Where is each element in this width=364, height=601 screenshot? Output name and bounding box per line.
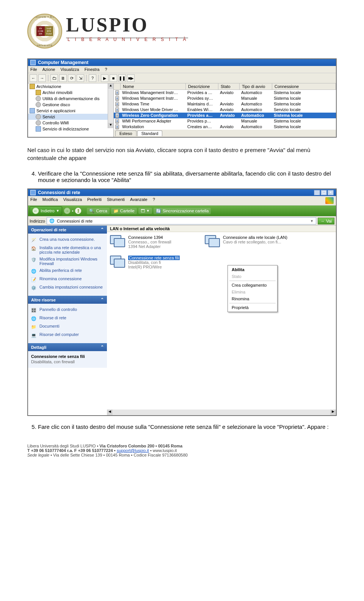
ctx-stato: Stato [228, 273, 277, 280]
task-item[interactable]: 📝Rinomina connessione [30, 275, 105, 284]
paragraph-1: Nel caso in cui lo stato del servizio no… [27, 146, 337, 162]
panel-other-head[interactable]: Altre risorse⌃ [28, 296, 107, 304]
dropdown-icon[interactable]: ▼ [310, 219, 314, 223]
task-item[interactable]: 🌐Abilita periferica di rete [30, 267, 105, 275]
go-button[interactable]: →Vai [318, 218, 334, 224]
tab-esteso[interactable]: Esteso [115, 130, 136, 136]
task-item[interactable]: 🛡️Modifica impostazioni Windows Firewall [30, 256, 105, 267]
close-button[interactable]: × [328, 190, 334, 195]
tree-item[interactable]: Servizi e applicazioni [28, 108, 108, 114]
task-item[interactable]: 🪄Crea una nuova connessione. [30, 236, 105, 244]
connection-item[interactable]: Connessione rete senza filiDisabilitata,… [110, 256, 201, 270]
service-row[interactable]: WorkstationCreates an…AvviatoAutomaticoS… [114, 124, 336, 130]
service-row[interactable]: Windows TimeMaintains d…AvviatoAutomatic… [114, 101, 336, 107]
menu-help[interactable]: ? [105, 67, 107, 72]
ctx-rinomina[interactable]: Rinomina [228, 295, 277, 302]
task-icon: 🎛️ [30, 307, 37, 313]
task-item[interactable]: ⚙️Cambia impostazioni connessione [30, 284, 105, 292]
cm-titlebar: Computer Management [28, 59, 336, 66]
cm-tabs: Esteso Standard [114, 130, 336, 137]
header-logo: studiorum • Roma IN COR DE SAP IEN TIAE … [27, 14, 337, 49]
ctx-crea[interactable]: Crea collegamento [228, 282, 277, 289]
col-conn[interactable]: Connessione [272, 83, 336, 90]
service-row[interactable]: WMI Performance AdapterProvides p…Manual… [114, 118, 336, 124]
panel-details-head[interactable]: Dettagli⌃ [28, 343, 107, 351]
props-icon[interactable]: 🗎 [59, 74, 67, 82]
menu-azione[interactable]: Azione [42, 67, 55, 72]
task-item[interactable]: 🏠Installa una rete domestica o una picco… [30, 244, 105, 256]
network-icon [110, 235, 126, 250]
step-5: Fare clic con il tasto destro del mouse … [38, 424, 337, 430]
tree-item[interactable]: Utilità di deframmentazione dis [28, 96, 108, 102]
folder-icon [30, 84, 35, 89]
up-icon[interactable]: 🗀 [50, 74, 58, 82]
menu-file[interactable]: File [30, 197, 37, 204]
up-icon[interactable]: ↥ [75, 207, 82, 214]
ctx-abilita[interactable]: Abilita [228, 266, 277, 273]
views-button[interactable]: 🗔▼ [138, 208, 152, 214]
help-icon[interactable]: ? [89, 74, 96, 82]
service-icon [115, 124, 119, 129]
gear-icon [36, 102, 41, 107]
max-button[interactable]: ☐ [321, 190, 327, 195]
pause-icon[interactable]: ❚❚ [118, 74, 126, 82]
seal-top-text: studiorum • Roma [31, 15, 59, 19]
connection-item[interactable]: Connessione alla rete locale (LAN)Cavo d… [205, 235, 296, 250]
service-row[interactable]: Windows Management Instr…Provides sy…Man… [114, 96, 336, 101]
tree-item[interactable]: Archiviazione [28, 83, 108, 89]
menu-help[interactable]: ? [153, 197, 155, 204]
service-row[interactable]: Windows User Mode Driver …Enables Wi…Avv… [114, 107, 336, 113]
folders-button[interactable]: 📁Cartelle [111, 208, 137, 214]
menu-strumenti[interactable]: Strumenti [107, 197, 125, 204]
col-nome[interactable]: Nome [121, 83, 186, 90]
windows-flag-icon [325, 197, 334, 204]
back-button[interactable]: ←Indietro ▼ [30, 206, 62, 215]
forward-icon[interactable]: → [38, 74, 46, 82]
support-email-link[interactable]: support@luspio.it [117, 448, 149, 453]
service-icon [115, 107, 119, 112]
menu-visualizza[interactable]: Visualizza [63, 197, 82, 204]
search-button[interactable]: 🔍Cerca [87, 208, 109, 214]
col-tipo[interactable]: Tipo di avvio [240, 83, 272, 90]
task-item[interactable]: 💻Risorse del computer [30, 331, 105, 339]
tree-item[interactable]: Servizio di indicizzazione [28, 126, 108, 132]
col-desc[interactable]: Descrizione [186, 83, 218, 90]
task-item[interactable]: 📁Documenti [30, 323, 105, 331]
task-item[interactable]: 🎛️Pannello di controllo [30, 306, 105, 314]
tree-scrollbar[interactable]: ▲▼ [108, 83, 113, 128]
menu-avanzate[interactable]: Avanzate [130, 197, 147, 204]
panel-ops-head[interactable]: Operazioni di rete⌃ [28, 226, 107, 234]
sync-button[interactable]: 🔄Sincronizzazione cartella [154, 208, 211, 214]
menu-preferiti[interactable]: Preferiti [87, 197, 102, 204]
refresh-icon[interactable]: ⟳ [68, 74, 75, 82]
tab-standard[interactable]: Standard [137, 130, 163, 136]
service-row[interactable]: Wireless Zero ConfigurationProvides a…Av… [114, 113, 336, 118]
forward-icon[interactable]: → [64, 207, 71, 214]
play-icon[interactable]: ▶ [101, 74, 108, 82]
tree-item[interactable]: Gestione disco [28, 102, 108, 108]
group-header: LAN o Internet ad alta velocità [107, 226, 336, 232]
col-stato[interactable]: Stato [218, 83, 240, 90]
menu-modifica[interactable]: Modifica [42, 197, 58, 204]
menu-visualizza[interactable]: Visualizza [60, 67, 79, 72]
folder-icon [36, 90, 41, 95]
connection-item[interactable]: Connessione 1394Connesso., con firewall1… [110, 235, 201, 250]
tree-item[interactable]: Archivi rimovibili [28, 89, 108, 96]
restart-icon[interactable]: ■▶ [127, 74, 135, 82]
menu-file[interactable]: File [30, 67, 37, 72]
task-item[interactable]: 🌐Risorse di rete [30, 314, 105, 323]
menu-finestra[interactable]: Finestra [85, 67, 100, 72]
tree-item[interactable]: Servizi [28, 114, 108, 120]
ctx-proprieta[interactable]: Proprietà [228, 304, 277, 311]
min-button[interactable]: _ [314, 190, 320, 195]
footer: Libera Università degli Studi LUSPIO • V… [27, 444, 337, 457]
app-icon [30, 60, 36, 65]
h-scrollbar[interactable]: ◀▶ [107, 410, 336, 415]
back-icon[interactable]: ← [30, 74, 37, 82]
cm-tree: ArchiviazioneArchivi rimovibiliUtilità d… [28, 83, 114, 137]
tree-item[interactable]: Controllo WMI [28, 120, 108, 126]
service-row[interactable]: Windows Management Instr…Provides a …Avv… [114, 90, 336, 96]
export-icon[interactable]: ⇲ [77, 74, 84, 82]
stop-icon[interactable]: ■ [110, 74, 117, 82]
addr-input[interactable]: 🌐 Connessioni di rete ▼ [47, 217, 316, 224]
